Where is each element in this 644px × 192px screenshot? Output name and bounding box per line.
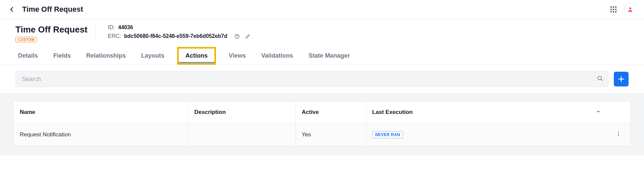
- tab-validations[interactable]: Validations: [259, 47, 296, 65]
- search-input[interactable]: [22, 76, 592, 83]
- tab-fields[interactable]: Fields: [51, 47, 73, 65]
- svg-rect-1: [613, 6, 614, 8]
- svg-rect-7: [613, 11, 614, 12]
- svg-rect-5: [615, 9, 616, 10]
- status-badge: NEVER RAN: [372, 131, 403, 138]
- svg-rect-4: [613, 9, 614, 10]
- row-description: [188, 123, 296, 146]
- svg-point-18: [618, 135, 619, 136]
- svg-rect-2: [615, 6, 616, 8]
- meta-erc-row: ERC: bdc50680-f84c-5248-e559-7eb6d052eb7…: [108, 33, 251, 39]
- tab-actions[interactable]: Actions: [177, 47, 216, 65]
- content-area: Name Description Active Last Execution: [0, 93, 644, 155]
- erc-value: bdc50680-f84c-5248-e559-7eb6d052eb7d: [124, 33, 227, 39]
- pencil-icon: [245, 34, 251, 39]
- grid-icon: [610, 6, 617, 13]
- object-header: Time Off Request CUSTOM ID: 44036 ERC: b…: [0, 19, 644, 47]
- sort-caret[interactable]: [596, 109, 601, 116]
- svg-point-11: [237, 37, 237, 38]
- object-title-block: Time Off Request CUSTOM: [15, 24, 96, 42]
- erc-label: ERC:: [108, 33, 121, 39]
- help-circle-icon: [234, 34, 240, 39]
- table-row[interactable]: Request Notification Yes NEVER RAN: [14, 123, 630, 146]
- tab-state-manager[interactable]: State Manager: [306, 47, 353, 65]
- custom-badge: CUSTOM: [15, 37, 37, 42]
- search-box[interactable]: [15, 71, 608, 87]
- kebab-icon: [615, 131, 622, 137]
- tab-relationships[interactable]: Relationships: [84, 47, 128, 65]
- apps-menu-button[interactable]: [610, 6, 617, 13]
- tabs: Details Fields Relationships Layouts Act…: [0, 47, 644, 65]
- user-icon: [627, 6, 633, 12]
- tab-layouts[interactable]: Layouts: [139, 47, 167, 65]
- erc-icons: [234, 33, 251, 39]
- topbar-right: [610, 3, 637, 16]
- svg-rect-3: [610, 9, 612, 10]
- col-header-active[interactable]: Active: [296, 102, 366, 123]
- svg-line-13: [601, 79, 602, 81]
- row-name: Request Notification: [14, 123, 188, 146]
- user-avatar[interactable]: [624, 3, 637, 16]
- add-button[interactable]: [614, 72, 629, 86]
- row-menu-cell: [607, 123, 630, 146]
- search-row: [0, 65, 644, 93]
- object-meta: ID: 44036 ERC: bdc50680-f84c-5248-e559-7…: [107, 24, 251, 39]
- row-last-execution: NEVER RAN: [366, 123, 607, 146]
- search-icon: [597, 75, 603, 83]
- id-label: ID:: [108, 24, 115, 30]
- topbar: Time Off Request: [0, 0, 644, 19]
- col-header-description[interactable]: Description: [188, 102, 296, 123]
- help-button[interactable]: [234, 33, 240, 39]
- col-header-menu: [607, 102, 630, 123]
- edit-erc-button[interactable]: [245, 33, 251, 39]
- back-button[interactable]: [7, 5, 17, 14]
- id-value: 44036: [118, 24, 133, 30]
- meta-id-row: ID: 44036: [108, 24, 251, 30]
- row-active: Yes: [296, 123, 366, 146]
- plus-icon: [618, 75, 625, 83]
- chevron-left-icon: [9, 7, 15, 12]
- col-header-last-execution-label: Last Execution: [372, 109, 413, 116]
- svg-rect-6: [610, 11, 612, 12]
- svg-point-16: [618, 131, 619, 132]
- svg-rect-0: [610, 6, 612, 8]
- svg-point-9: [629, 7, 631, 9]
- col-header-last-execution[interactable]: Last Execution: [366, 102, 607, 123]
- svg-rect-8: [615, 11, 616, 12]
- topbar-left: Time Off Request: [7, 5, 83, 14]
- page-title: Time Off Request: [22, 5, 83, 14]
- svg-point-17: [618, 133, 619, 134]
- actions-table: Name Description Active Last Execution: [13, 101, 631, 146]
- caret-down-icon: [596, 109, 601, 114]
- col-header-name[interactable]: Name: [14, 102, 188, 123]
- table-header-row: Name Description Active Last Execution: [14, 102, 630, 123]
- tab-details[interactable]: Details: [15, 47, 41, 65]
- object-title: Time Off Request: [15, 24, 88, 35]
- row-menu-button[interactable]: [615, 131, 622, 137]
- tab-views[interactable]: Views: [226, 47, 249, 65]
